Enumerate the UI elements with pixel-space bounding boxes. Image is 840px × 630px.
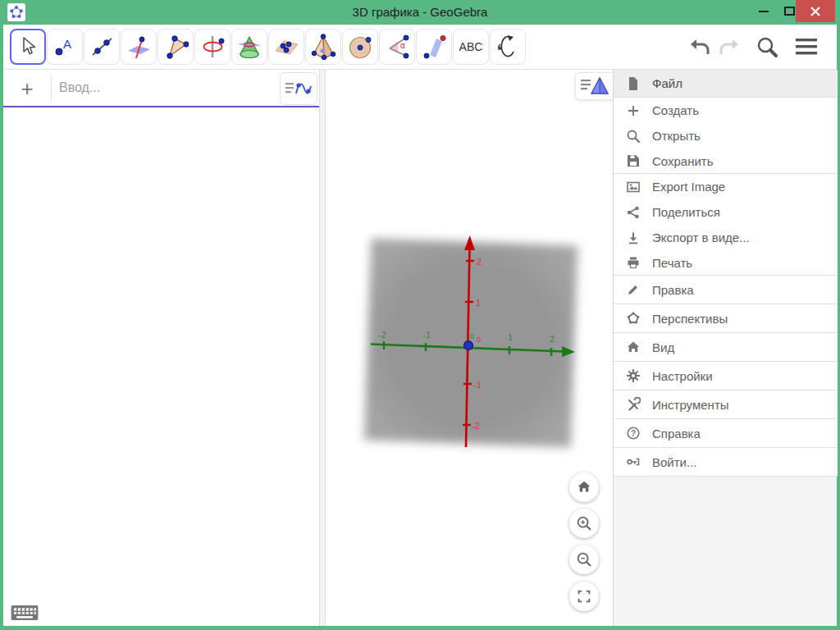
tool-move-button[interactable] (10, 29, 46, 65)
svg-text:-2: -2 (472, 421, 480, 431)
tool-text-button[interactable]: ABC (453, 29, 489, 65)
search-button[interactable] (752, 33, 782, 61)
graphics-3d-view[interactable]: -2 -1 1 2 2 1 -1 -2 0 0 (326, 70, 613, 626)
keyboard-icon (10, 602, 39, 623)
svg-text:?: ? (631, 429, 636, 438)
titlebar: 3D графика - GeoGebra (0, 0, 840, 25)
menu-item-share[interactable]: Поделиться (614, 199, 838, 225)
svg-text:-1: -1 (473, 380, 482, 390)
main-menu-button[interactable] (790, 33, 823, 61)
menu-item-save[interactable]: Сохранить (614, 148, 838, 174)
main-menu-panel: Файл Создать Открыть Сохранить (613, 70, 837, 626)
zoom-out-icon (575, 550, 593, 568)
perpendicular-line-icon (126, 34, 152, 60)
maximize-icon (784, 7, 795, 16)
axes-3d: -2 -1 1 2 2 1 -1 -2 0 0 (326, 70, 613, 626)
save-icon (624, 153, 642, 168)
menu-items: Файл Создать Открыть Сохранить (614, 70, 838, 477)
tool-sphere-button[interactable] (342, 29, 378, 65)
home-view-button[interactable] (569, 472, 599, 502)
add-input-button[interactable]: + (11, 73, 43, 104)
menu-item-export-image[interactable]: Export Image (614, 174, 838, 199)
help-icon: ? (624, 426, 642, 441)
gear-icon (624, 368, 642, 383)
abc-text-icon: ABC (459, 40, 483, 53)
menu-item-view[interactable]: Вид (614, 333, 838, 362)
undo-button[interactable] (687, 34, 713, 59)
svg-text:2: 2 (550, 334, 555, 344)
menu-item-export-as[interactable]: Экспорт в виде... (614, 225, 838, 250)
file-icon (624, 76, 642, 91)
image-icon (624, 180, 642, 194)
algebra-style-button[interactable] (280, 72, 317, 105)
panel-divider[interactable] (319, 70, 326, 626)
menu-item-file[interactable]: Файл (614, 70, 838, 98)
window-body: A (3, 25, 837, 626)
svg-text:1: 1 (476, 298, 481, 308)
menu-item-sign-in[interactable]: Войти... (614, 448, 838, 477)
svg-text:-2: -2 (378, 330, 386, 340)
zoom-in-icon (575, 514, 593, 532)
reflect-plane-icon (421, 34, 447, 60)
cursor-icon (15, 34, 41, 60)
intersect-surfaces-icon (236, 34, 262, 60)
zoom-in-button[interactable] (569, 509, 599, 538)
pencil-icon (624, 282, 642, 297)
menu-item-help[interactable]: ? Справка (614, 419, 838, 448)
tool-plane-through-points-button[interactable] (268, 29, 304, 65)
hamburger-icon (794, 36, 819, 57)
zoom-out-button[interactable] (569, 545, 599, 574)
tool-intersect-surfaces-button[interactable] (231, 29, 267, 65)
virtual-keyboard-button[interactable] (8, 600, 41, 625)
close-button[interactable] (796, 0, 835, 22)
svg-text:2: 2 (477, 257, 482, 267)
stylebar-toggle-button[interactable] (575, 72, 613, 100)
svg-text:0: 0 (470, 332, 474, 340)
fullscreen-button[interactable] (569, 582, 599, 611)
open-search-icon (624, 129, 642, 144)
tool-polygon-button[interactable] (158, 29, 194, 65)
angle-icon: α (384, 34, 410, 60)
input-separator (51, 75, 52, 103)
point-icon: A (52, 34, 78, 60)
search-icon (755, 34, 779, 59)
menu-item-perspectives[interactable]: Перспективы (614, 304, 838, 333)
menu-item-print[interactable]: Печать (614, 250, 838, 276)
tool-angle-button[interactable]: α (379, 29, 415, 65)
printer-icon (624, 255, 642, 270)
rotate-3d-icon (495, 34, 521, 60)
tool-pyramid-button[interactable] (305, 29, 341, 65)
algebra-view-icon (283, 78, 314, 99)
algebra-input[interactable] (59, 75, 272, 101)
tool-perpendicular-line-button[interactable] (121, 29, 157, 65)
menu-item-new[interactable]: Создать (614, 98, 838, 123)
algebra-panel: + (3, 70, 319, 626)
input-row: + (3, 70, 319, 107)
share-icon (624, 205, 642, 220)
menu-item-settings[interactable]: Настройки (614, 362, 838, 390)
fullscreen-icon (575, 587, 593, 605)
plane-icon (273, 34, 299, 60)
tool-point-button[interactable]: A (47, 29, 83, 65)
menu-item-open[interactable]: Открыть (614, 123, 838, 148)
menu-item-edit[interactable]: Правка (614, 276, 838, 304)
tool-rotate-view-button[interactable] (490, 29, 526, 65)
svg-text:0: 0 (477, 336, 481, 344)
origin-point[interactable] (464, 341, 473, 350)
svg-text:-1: -1 (422, 330, 431, 340)
tool-line-button[interactable] (84, 29, 120, 65)
line-icon (89, 34, 115, 60)
stylebar-3d-icon (579, 75, 610, 97)
tools-icon (624, 397, 642, 412)
tool-reflect-plane-button[interactable] (416, 29, 452, 65)
perspectives-icon (624, 311, 642, 326)
redo-button[interactable] (716, 34, 742, 59)
svg-text:A: A (63, 37, 71, 51)
menu-item-tools[interactable]: Инструменты (614, 390, 838, 419)
sphere-icon (347, 34, 373, 60)
window-title: 3D графика - GeoGebra (0, 0, 840, 25)
circle-axis-icon (199, 34, 226, 60)
svg-text:α: α (400, 41, 405, 50)
tool-circle-axis-button[interactable] (194, 29, 231, 65)
home-icon (575, 478, 593, 496)
